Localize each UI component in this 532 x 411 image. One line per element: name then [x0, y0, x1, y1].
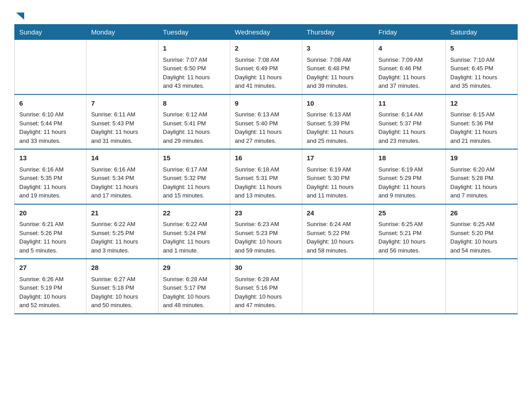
- calendar-cell: 7Sunrise: 6:11 AMSunset: 5:43 PMDaylight…: [86, 94, 158, 150]
- day-info: Sunrise: 6:24 AM: [307, 220, 369, 229]
- calendar-cell: 14Sunrise: 6:16 AMSunset: 5:34 PMDayligh…: [86, 149, 158, 204]
- day-info: Sunrise: 6:25 AM: [450, 220, 513, 229]
- day-info: Sunset: 5:19 PM: [19, 283, 82, 292]
- day-info: Daylight: 11 hours: [163, 237, 225, 246]
- day-info: and 59 minutes.: [235, 246, 297, 255]
- weekday-saturday: Saturday: [446, 25, 517, 40]
- day-info: Sunrise: 6:19 AM: [307, 165, 369, 174]
- day-info: and 15 minutes.: [163, 191, 225, 200]
- day-info: Sunrise: 6:13 AM: [307, 110, 369, 119]
- calendar-cell: 11Sunrise: 6:14 AMSunset: 5:37 PMDayligh…: [374, 94, 446, 150]
- day-info: Sunset: 5:26 PM: [19, 229, 82, 238]
- calendar-cell: [15, 40, 86, 94]
- day-info: Daylight: 10 hours: [307, 237, 369, 246]
- day-info: Sunrise: 6:14 AM: [378, 110, 441, 119]
- day-info: Daylight: 10 hours: [235, 237, 297, 246]
- day-number: 2: [235, 43, 297, 54]
- day-info: and 54 minutes.: [450, 246, 513, 255]
- day-info: Daylight: 11 hours: [163, 73, 225, 82]
- day-info: Sunrise: 6:22 AM: [163, 220, 225, 229]
- day-info: and 48 minutes.: [163, 301, 225, 310]
- calendar-cell: 6Sunrise: 6:10 AMSunset: 5:44 PMDaylight…: [15, 94, 86, 150]
- day-info: Daylight: 10 hours: [235, 292, 297, 301]
- day-info: Daylight: 10 hours: [450, 237, 513, 246]
- day-info: Daylight: 10 hours: [163, 292, 225, 301]
- day-info: Sunset: 5:28 PM: [450, 174, 513, 183]
- day-info: Sunrise: 6:10 AM: [19, 110, 82, 119]
- day-info: Sunset: 5:17 PM: [163, 283, 225, 292]
- day-info: Sunrise: 6:11 AM: [91, 110, 153, 119]
- day-number: 22: [163, 208, 225, 218]
- day-info: and 17 minutes.: [91, 191, 153, 200]
- day-info: and 9 minutes.: [378, 191, 441, 200]
- day-info: Sunrise: 6:23 AM: [235, 220, 297, 229]
- day-info: Sunset: 5:30 PM: [307, 174, 369, 183]
- day-info: Daylight: 11 hours: [450, 183, 513, 192]
- day-info: Daylight: 11 hours: [307, 183, 369, 192]
- day-info: and 19 minutes.: [19, 191, 82, 200]
- week-row-2: 6Sunrise: 6:10 AMSunset: 5:44 PMDaylight…: [15, 94, 518, 150]
- day-info: Sunset: 5:43 PM: [91, 119, 153, 128]
- svg-marker-0: [16, 13, 24, 20]
- day-info: Sunset: 5:40 PM: [235, 119, 297, 128]
- day-number: 9: [235, 98, 297, 109]
- day-info: and 47 minutes.: [235, 301, 297, 310]
- day-info: and 21 minutes.: [450, 137, 513, 146]
- day-info: Sunset: 5:25 PM: [91, 229, 153, 238]
- calendar-cell: 10Sunrise: 6:13 AMSunset: 5:39 PMDayligh…: [302, 94, 373, 150]
- day-info: Daylight: 11 hours: [378, 128, 441, 137]
- day-number: 6: [19, 98, 82, 109]
- logo-arrow-icon: [15, 12, 25, 21]
- logo: [14, 11, 25, 19]
- day-info: Daylight: 11 hours: [91, 237, 153, 246]
- day-info: Sunrise: 6:26 AM: [19, 275, 82, 284]
- calendar-cell: [374, 259, 446, 314]
- day-info: Sunset: 5:41 PM: [163, 119, 225, 128]
- day-number: 30: [235, 263, 297, 273]
- day-info: Sunset: 5:31 PM: [235, 174, 297, 183]
- day-info: Sunrise: 6:27 AM: [91, 275, 153, 284]
- weekday-monday: Monday: [86, 25, 158, 40]
- day-number: 23: [235, 208, 297, 218]
- calendar-cell: 24Sunrise: 6:24 AMSunset: 5:22 PMDayligh…: [302, 204, 373, 259]
- day-number: 13: [19, 153, 82, 163]
- calendar-cell: 2Sunrise: 7:08 AMSunset: 6:49 PMDaylight…: [230, 40, 302, 94]
- day-number: 21: [91, 208, 153, 218]
- day-info: Daylight: 11 hours: [378, 73, 441, 82]
- calendar-cell: [446, 259, 517, 314]
- day-info: Sunset: 5:16 PM: [235, 283, 297, 292]
- calendar-body: 1Sunrise: 7:07 AMSunset: 6:50 PMDaylight…: [15, 40, 518, 314]
- day-number: 25: [378, 208, 441, 218]
- day-info: Sunrise: 6:28 AM: [163, 275, 225, 284]
- calendar-cell: [302, 259, 373, 314]
- calendar-cell: 25Sunrise: 6:25 AMSunset: 5:21 PMDayligh…: [374, 204, 446, 259]
- day-info: Sunset: 5:22 PM: [307, 229, 369, 238]
- day-info: Sunrise: 6:22 AM: [91, 220, 153, 229]
- day-number: 27: [19, 263, 82, 273]
- day-info: Daylight: 11 hours: [307, 128, 369, 137]
- day-info: and 33 minutes.: [19, 137, 82, 146]
- day-number: 5: [450, 43, 513, 54]
- day-info: Sunrise: 6:13 AM: [235, 110, 297, 119]
- day-info: Sunrise: 6:15 AM: [450, 110, 513, 119]
- calendar-cell: 22Sunrise: 6:22 AMSunset: 5:24 PMDayligh…: [158, 204, 230, 259]
- day-info: Sunset: 5:21 PM: [378, 229, 441, 238]
- calendar-cell: 3Sunrise: 7:08 AMSunset: 6:48 PMDaylight…: [302, 40, 373, 94]
- day-info: Sunset: 5:20 PM: [450, 229, 513, 238]
- calendar-cell: 9Sunrise: 6:13 AMSunset: 5:40 PMDaylight…: [230, 94, 302, 150]
- day-info: and 43 minutes.: [163, 81, 225, 90]
- day-info: Sunrise: 6:19 AM: [378, 165, 441, 174]
- day-info: Daylight: 11 hours: [163, 128, 225, 137]
- day-info: Sunset: 5:32 PM: [163, 174, 225, 183]
- day-info: Sunrise: 6:18 AM: [235, 165, 297, 174]
- day-number: 3: [307, 43, 369, 54]
- day-number: 29: [163, 263, 225, 273]
- day-info: and 25 minutes.: [307, 137, 369, 146]
- calendar-cell: 15Sunrise: 6:17 AMSunset: 5:32 PMDayligh…: [158, 149, 230, 204]
- header: [14, 11, 518, 19]
- week-row-3: 13Sunrise: 6:16 AMSunset: 5:35 PMDayligh…: [15, 149, 518, 204]
- logo-line1: [14, 11, 25, 21]
- day-info: Sunset: 5:39 PM: [307, 119, 369, 128]
- day-info: Sunset: 5:37 PM: [378, 119, 441, 128]
- day-info: Sunrise: 6:21 AM: [19, 220, 82, 229]
